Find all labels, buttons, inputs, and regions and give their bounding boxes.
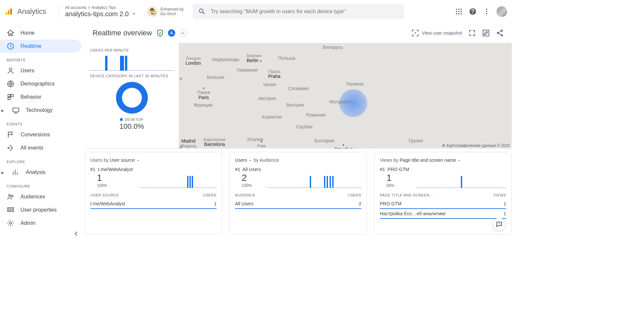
svg-rect-1 <box>8 10 10 15</box>
svg-point-27 <box>10 222 12 224</box>
sidebar-item-technology[interactable]: ▸ Technology <box>0 104 85 117</box>
top-pct: 100% <box>90 183 133 188</box>
svg-rect-19 <box>11 94 13 97</box>
logo-icon <box>5 8 13 16</box>
breadcrumb-all[interactable]: All accounts <box>65 5 87 10</box>
feedback-button[interactable] <box>493 218 506 231</box>
top-pct: 100% <box>235 183 261 188</box>
card-sparkline <box>268 174 361 188</box>
sidebar-item-audiences[interactable]: Audiences <box>0 190 85 203</box>
upm-sparkline <box>90 54 174 71</box>
svg-point-4 <box>458 9 460 10</box>
card-dim-selector[interactable]: User source <box>110 157 140 163</box>
chevron-right-icon: ▸ <box>1 169 6 176</box>
card-users-per-minute: Users per minute Device category in last… <box>85 43 179 149</box>
search-bar[interactable] <box>193 4 404 19</box>
fullscreen-icon[interactable] <box>468 29 476 37</box>
svg-point-16 <box>9 68 12 71</box>
svg-point-9 <box>456 13 457 15</box>
behavior-icon <box>7 93 15 101</box>
sidebar-item-behavior[interactable]: Behavior <box>0 90 85 104</box>
comparison-badge-a[interactable]: A <box>168 29 175 37</box>
svg-point-28 <box>415 32 416 34</box>
card-dim-selector[interactable]: Page title and screen name <box>400 157 461 163</box>
edit-dashboard-icon[interactable] <box>482 29 490 37</box>
card-sparkline <box>416 174 506 188</box>
device-legend: DESKTOP <box>90 118 174 121</box>
collapse-sidebar-icon[interactable] <box>72 230 80 238</box>
card-dim-selector[interactable]: Users <box>235 157 252 163</box>
sidebar-item-realtime[interactable]: Realtime <box>0 40 81 53</box>
profile-avatar[interactable] <box>497 6 507 17</box>
top-value: 1 <box>380 173 409 183</box>
table-row[interactable]: t.me/WebAnalyst1 <box>90 199 217 209</box>
table-row[interactable]: All Users2 <box>235 199 361 209</box>
account-switcher[interactable]: All accounts > Analytics Tips analytics-… <box>59 5 142 18</box>
svg-point-30 <box>501 30 503 32</box>
map-attribution: AКартографические данные © 2020 <box>442 143 510 148</box>
sidebar-item-demographics[interactable]: Demographics <box>0 77 85 90</box>
table-row[interactable]: PRO GTM1 <box>380 199 506 209</box>
svg-point-31 <box>497 32 499 34</box>
sidebar-item-admin[interactable]: Admin <box>0 217 85 230</box>
svg-point-5 <box>461 9 462 10</box>
sidebar-item-conversions[interactable]: Conversions <box>0 128 85 141</box>
help-icon[interactable] <box>469 8 477 16</box>
dimension-card-2: Views by Page title and screen name #1 P… <box>374 152 512 234</box>
top-value: 2 <box>235 173 261 183</box>
device-donut <box>116 82 148 114</box>
table-col-right: Users <box>348 193 361 197</box>
flag-icon <box>7 131 15 139</box>
property-selector[interactable]: analytics-tips.com 2.0 <box>65 10 138 18</box>
audiences-icon <box>7 193 15 201</box>
svg-point-23 <box>9 194 11 196</box>
table-row[interactable]: Настройка Eco…еб-аналитике1 <box>380 209 506 219</box>
svg-rect-20 <box>8 97 10 100</box>
extension-badge: 👨‍🎨 Enhanced by Da Vinci! <box>147 6 188 17</box>
svg-point-7 <box>458 11 460 12</box>
properties-icon <box>7 206 15 214</box>
sidebar-item-users[interactable]: Users <box>0 64 85 77</box>
svg-point-11 <box>461 13 462 15</box>
analysis-icon <box>12 168 20 176</box>
home-icon <box>7 29 15 37</box>
main: Realtime overview A + View user snapshot… <box>85 23 512 241</box>
sidebar-section-configure: Configure <box>0 179 85 190</box>
svg-point-8 <box>461 11 462 12</box>
page-title: Realtime overview <box>93 29 152 37</box>
top-pct: 50% <box>380 183 409 188</box>
clock-icon <box>7 42 15 50</box>
titlebar: Realtime overview A + View user snapshot <box>85 23 512 43</box>
sidebar: Home Realtime Reports Users Demographics… <box>0 23 85 241</box>
search-input[interactable] <box>211 9 399 15</box>
view-user-snapshot-button[interactable]: View user snapshot <box>411 29 462 37</box>
breadcrumb-account[interactable]: Analytics Tips <box>92 5 116 10</box>
card-sparkline <box>140 174 217 188</box>
svg-rect-18 <box>8 94 10 97</box>
sidebar-item-analysis[interactable]: ▸ Analysis <box>0 166 85 179</box>
dimension-card-0: Users by User source #1 t.me/WebAnalyst1… <box>85 152 222 234</box>
chevron-down-icon <box>130 10 138 18</box>
sidebar-item-user-properties[interactable]: User properties <box>0 203 85 217</box>
apps-icon[interactable] <box>455 8 463 16</box>
snapshot-icon <box>411 29 419 37</box>
share-icon[interactable] <box>496 29 504 37</box>
top-rank: #1 All Users <box>235 167 261 172</box>
table-col-right: Users <box>203 193 217 197</box>
breadcrumb: All accounts > Analytics Tips <box>65 5 138 10</box>
upm-label: Users per minute <box>90 48 174 52</box>
add-comparison-button[interactable]: + <box>179 29 186 37</box>
svg-rect-25 <box>8 208 14 209</box>
sidebar-section-events: Events <box>0 117 85 128</box>
app-name: Analytics <box>17 7 46 16</box>
top-value: 1 <box>90 173 133 183</box>
chevron-right-icon: ▸ <box>1 107 6 114</box>
svg-point-13 <box>486 11 487 12</box>
svg-point-3 <box>456 9 457 10</box>
svg-point-14 <box>486 13 487 15</box>
svg-point-22 <box>8 147 9 149</box>
more-icon[interactable] <box>483 8 491 16</box>
sidebar-item-all-events[interactable]: All events <box>0 141 85 154</box>
sidebar-item-home[interactable]: Home <box>0 26 85 40</box>
events-icon <box>7 144 15 152</box>
